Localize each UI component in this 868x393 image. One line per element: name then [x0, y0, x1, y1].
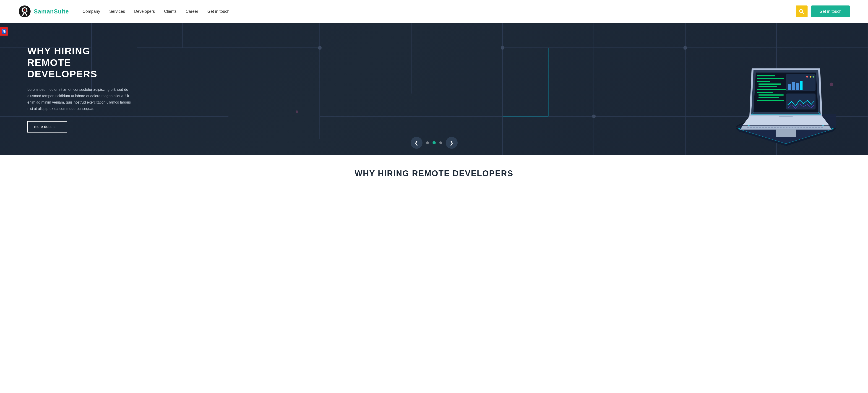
more-details-button[interactable]: more details → [27, 121, 67, 132]
hero-title: WHY HIRING REMOTE DEVELOPERS [27, 46, 132, 80]
slider-dot-2[interactable] [433, 141, 436, 144]
accessibility-icon: ♿ [2, 29, 7, 34]
svg-rect-84 [780, 127, 781, 128]
svg-rect-91 [801, 127, 802, 128]
get-in-touch-button[interactable]: Get in touch [811, 5, 850, 17]
svg-rect-68 [796, 83, 799, 90]
svg-rect-97 [818, 127, 820, 128]
svg-rect-90 [798, 127, 799, 128]
svg-rect-52 [757, 75, 775, 77]
svg-marker-47 [743, 116, 829, 125]
svg-rect-94 [809, 127, 811, 128]
svg-rect-82 [774, 127, 776, 128]
hero-content: WHY HIRING REMOTE DEVELOPERS Lorem ipsum… [0, 32, 160, 146]
brand-logo-link[interactable]: SamanSuite [18, 5, 69, 18]
svg-rect-96 [815, 127, 817, 128]
slider-dot-3[interactable] [439, 142, 442, 144]
svg-point-2 [24, 9, 25, 11]
search-icon [799, 9, 804, 14]
svg-rect-77 [759, 127, 761, 128]
nav-company[interactable]: Company [83, 9, 100, 14]
svg-rect-58 [757, 92, 773, 93]
brand-logo [18, 5, 31, 18]
navbar: SamanSuite Company Services Developers C… [0, 0, 868, 23]
svg-rect-71 [786, 93, 815, 110]
svg-rect-75 [753, 127, 755, 128]
svg-rect-99 [776, 129, 796, 137]
slider-prev-button[interactable]: ❮ [411, 137, 423, 149]
search-button[interactable] [796, 5, 808, 17]
svg-rect-69 [800, 81, 803, 90]
svg-rect-78 [762, 127, 764, 128]
nav-career[interactable]: Career [186, 9, 198, 14]
svg-rect-55 [758, 84, 781, 85]
svg-rect-89 [795, 127, 796, 128]
slider-dot-1[interactable] [426, 142, 429, 144]
svg-rect-98 [821, 127, 823, 128]
svg-rect-73 [747, 127, 749, 128]
svg-rect-85 [783, 127, 784, 128]
svg-rect-60 [758, 97, 779, 98]
navbar-actions: Get in touch [796, 5, 850, 17]
svg-line-7 [802, 12, 804, 14]
accessibility-button[interactable]: ♿ [0, 27, 8, 36]
nav-get-in-touch[interactable]: Get in touch [207, 9, 229, 14]
svg-rect-57 [757, 89, 786, 90]
hero-description: Lorem ipsum dolor sit amet, consectetur … [27, 86, 132, 112]
slider-controls: ❮ ❯ [411, 137, 458, 149]
hero-section: WHY HIRING REMOTE DEVELOPERS Lorem ipsum… [0, 23, 868, 155]
svg-point-64 [810, 76, 811, 78]
svg-rect-76 [756, 127, 758, 128]
svg-point-33 [592, 115, 596, 118]
svg-point-63 [806, 76, 808, 78]
nav-links: Company Services Developers Clients Care… [83, 9, 796, 14]
svg-rect-56 [758, 86, 777, 87]
svg-rect-86 [786, 127, 787, 128]
svg-point-30 [318, 46, 322, 50]
svg-rect-81 [771, 127, 773, 128]
svg-rect-95 [812, 127, 814, 128]
svg-rect-61 [757, 100, 784, 101]
svg-rect-66 [788, 84, 791, 90]
svg-rect-79 [765, 127, 767, 128]
svg-point-32 [501, 46, 504, 50]
nav-services[interactable]: Services [109, 9, 125, 14]
hero-illustration [717, 27, 854, 146]
svg-point-0 [19, 5, 31, 17]
svg-rect-80 [768, 127, 770, 128]
bottom-title: WHY HIRING REMOTE DEVELOPERS [355, 169, 513, 178]
bottom-section: WHY HIRING REMOTE DEVELOPERS [0, 155, 868, 185]
svg-rect-93 [806, 127, 808, 128]
svg-rect-54 [757, 81, 770, 82]
slider-next-button[interactable]: ❯ [446, 137, 458, 149]
svg-rect-92 [803, 127, 805, 128]
svg-point-34 [683, 46, 687, 50]
svg-rect-87 [788, 127, 790, 128]
svg-rect-59 [758, 94, 784, 96]
svg-rect-88 [792, 127, 794, 128]
svg-rect-83 [777, 127, 779, 128]
nav-clients[interactable]: Clients [164, 9, 177, 14]
nav-developers[interactable]: Developers [134, 9, 155, 14]
svg-rect-74 [750, 127, 752, 128]
laptop-svg [717, 27, 854, 146]
brand-name: SamanSuite [34, 8, 69, 15]
svg-rect-53 [757, 78, 784, 79]
svg-rect-67 [792, 82, 795, 90]
svg-point-65 [812, 76, 814, 78]
svg-point-39 [296, 111, 299, 113]
